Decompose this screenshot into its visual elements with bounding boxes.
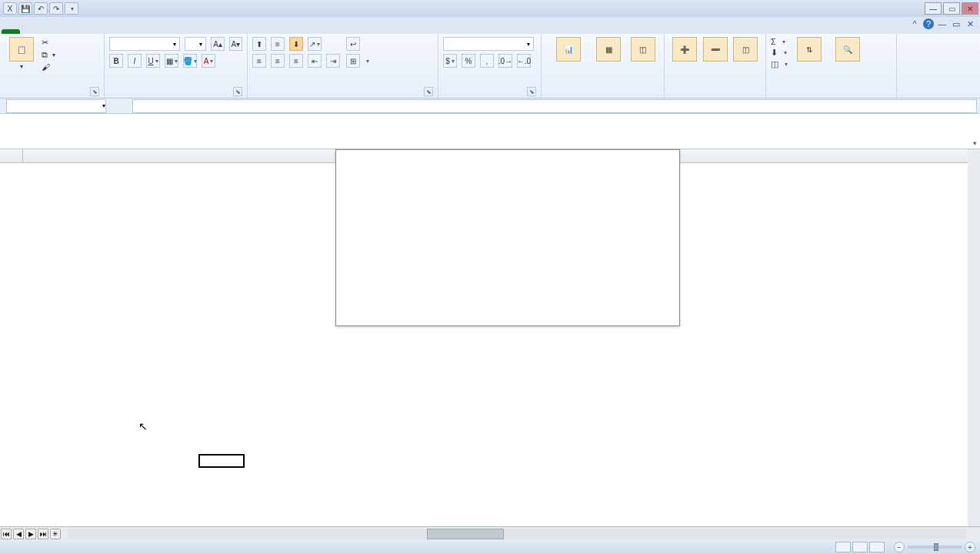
align-bottom-icon[interactable]: ⬇ — [289, 37, 303, 51]
dialog-launcher-icon[interactable]: ⬊ — [424, 87, 433, 96]
align-left-icon[interactable]: ≡ — [252, 54, 266, 68]
prev-sheet-icon[interactable]: ◀ — [13, 529, 24, 539]
orientation-icon[interactable]: ↗ — [308, 37, 322, 51]
fill-button[interactable]: ⬇ — [771, 48, 788, 58]
merge-center-button[interactable]: ⊞ — [346, 54, 369, 68]
fill-icon: ⬇ — [771, 48, 778, 58]
help-icon[interactable]: ? — [923, 18, 934, 29]
spreadsheet-grid[interactable]: ↖ — [0, 149, 980, 528]
find-select-button[interactable]: 🔍 — [831, 37, 865, 69]
align-center-icon[interactable]: ≡ — [271, 54, 285, 68]
workbook-minimize-icon[interactable]: — — [937, 18, 948, 29]
format-as-table-button[interactable]: ▦ — [592, 37, 625, 63]
format-cells-button[interactable]: ◫ — [730, 37, 761, 63]
scroll-thumb[interactable] — [427, 529, 504, 539]
last-sheet-icon[interactable]: ⏭ — [38, 529, 48, 539]
group-label: ⬊ — [109, 95, 242, 96]
table-icon: ▦ — [596, 37, 621, 62]
grow-font-icon[interactable]: A▴ — [211, 37, 224, 51]
format-painter-button[interactable]: 🖌 — [42, 62, 55, 72]
horizontal-scrollbar[interactable] — [68, 529, 966, 539]
format-icon: ◫ — [733, 37, 758, 62]
group-label: ⬊ — [5, 95, 99, 96]
workbook-close-icon[interactable]: ✕ — [965, 18, 975, 29]
borders-button[interactable]: ▦ — [165, 54, 178, 68]
paste-icon: 📋 — [9, 37, 34, 62]
insert-cells-button[interactable]: ➕ — [669, 37, 700, 63]
font-color-button[interactable]: A — [202, 54, 215, 68]
sort-icon: ⇅ — [797, 37, 822, 62]
redo-icon[interactable]: ↷ — [49, 2, 63, 15]
workbook-restore-icon[interactable]: ▭ — [951, 18, 962, 29]
font-size-select[interactable]: ▾ — [185, 37, 206, 51]
shrink-font-icon[interactable]: A▾ — [229, 37, 242, 51]
wrap-text-button[interactable]: ↩ — [346, 37, 369, 51]
conditional-formatting-button[interactable]: 📊 — [546, 37, 591, 63]
sort-filter-button[interactable]: ⇅ — [792, 37, 826, 69]
scissors-icon: ✂ — [42, 38, 48, 48]
zoom-out-icon[interactable]: − — [894, 542, 905, 552]
increase-indent-icon[interactable]: ⇥ — [326, 54, 340, 68]
maximize-button[interactable]: ▭ — [943, 2, 960, 15]
zoom-thumb[interactable] — [934, 543, 938, 551]
clipboard-group: 📋 ▾ ✂ ⧉▾ 🖌 ⬊ — [0, 34, 105, 98]
bold-button[interactable]: B — [109, 54, 123, 68]
align-top-icon[interactable]: ⬆ — [252, 37, 266, 51]
insert-icon: ➕ — [672, 37, 697, 62]
close-button[interactable]: ✕ — [962, 2, 978, 15]
accounting-format-icon[interactable]: $ — [443, 54, 457, 68]
ribbon-help-controls: ^ ? — ▭ ✕ — [909, 18, 975, 29]
autosum-button[interactable]: Σ — [771, 37, 788, 46]
cut-button[interactable]: ✂ — [42, 38, 55, 48]
select-all-corner[interactable] — [0, 149, 23, 162]
formula-bar[interactable] — [132, 99, 977, 113]
dialog-launcher-icon[interactable]: ⬊ — [90, 87, 99, 96]
fill-color-button[interactable]: 🪣 — [183, 54, 197, 68]
clear-button[interactable]: ◫ — [771, 59, 788, 69]
number-format-select[interactable]: ▾ — [443, 37, 534, 51]
decrease-decimal-icon[interactable]: ←.0 — [517, 54, 531, 68]
copy-button[interactable]: ⧉▾ — [42, 50, 55, 60]
minimize-button[interactable]: — — [925, 2, 942, 15]
underline-button[interactable]: U — [146, 54, 160, 68]
paste-button[interactable]: 📋 ▾ — [5, 37, 38, 72]
stacked-bar-chart[interactable] — [335, 149, 680, 326]
italic-button[interactable]: I — [128, 54, 142, 68]
comma-format-icon[interactable]: , — [480, 54, 494, 68]
undo-icon[interactable]: ↶ — [34, 2, 48, 15]
increase-decimal-icon[interactable]: .0→ — [498, 54, 512, 68]
delete-cells-button[interactable]: ➖ — [700, 37, 731, 63]
cell-styles-button[interactable]: ◫ — [626, 37, 659, 63]
group-label — [771, 95, 892, 96]
align-middle-icon[interactable]: ≡ — [271, 37, 285, 51]
qat-customize-icon[interactable] — [65, 2, 78, 15]
font-name-select[interactable]: ▾ — [109, 37, 180, 51]
cells-group: ➕ ➖ ◫ — [665, 34, 766, 98]
wrap-icon: ↩ — [346, 37, 360, 51]
excel-icon[interactable]: X — [3, 2, 17, 15]
formula-bar-expanded: ▾ — [0, 114, 980, 149]
percent-format-icon[interactable]: % — [462, 54, 475, 68]
ribbon: 📋 ▾ ✂ ⧉▾ 🖌 ⬊ ▾ ▾ A▴ A▾ B I U ▦ — [0, 34, 980, 98]
first-sheet-icon[interactable]: ⏮ — [1, 529, 12, 539]
zoom-in-icon[interactable]: + — [965, 542, 975, 552]
normal-view-icon[interactable] — [835, 542, 851, 552]
status-bar: − + — [0, 540, 980, 554]
align-right-icon[interactable]: ≡ — [289, 54, 303, 68]
new-sheet-icon[interactable]: ✳ — [50, 529, 61, 539]
copy-icon: ⧉ — [42, 50, 48, 60]
dialog-launcher-icon[interactable]: ⬊ — [233, 87, 242, 96]
sigma-icon: Σ — [771, 37, 776, 46]
alignment-group: ⬆ ≡ ⬇ ↗ ≡ ≡ ≡ ⇤ ⇥ ↩ ⊞ ⬊ — [248, 34, 438, 98]
decrease-indent-icon[interactable]: ⇤ — [308, 54, 322, 68]
save-icon[interactable]: 💾 — [18, 2, 32, 15]
dialog-launcher-icon[interactable]: ⬊ — [527, 87, 536, 96]
next-sheet-icon[interactable]: ▶ — [25, 529, 36, 539]
collapse-formula-icon[interactable]: ▾ — [973, 139, 977, 147]
page-layout-view-icon[interactable] — [852, 542, 868, 552]
quick-access-toolbar: X 💾 ↶ ↷ — [0, 2, 78, 15]
zoom-slider[interactable] — [908, 546, 962, 549]
minimize-ribbon-icon[interactable]: ^ — [909, 18, 920, 29]
page-break-view-icon[interactable] — [869, 542, 885, 552]
name-box[interactable]: ▾ — [6, 99, 106, 113]
